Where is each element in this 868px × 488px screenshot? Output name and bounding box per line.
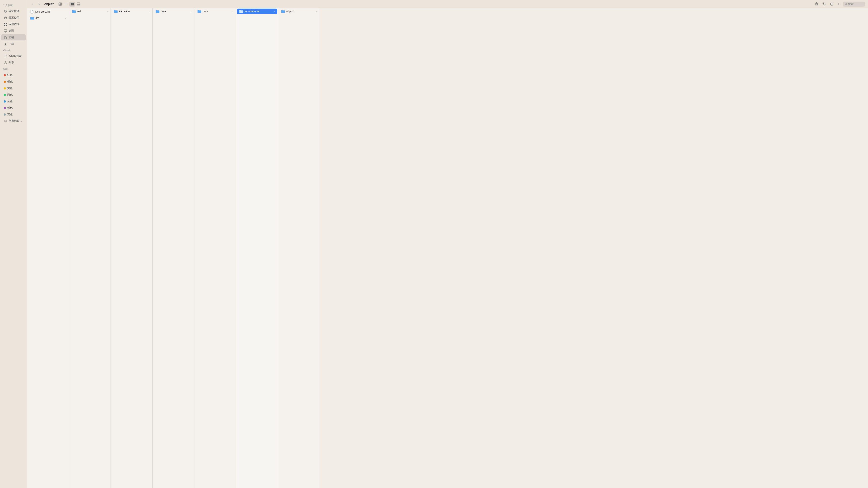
forward-button[interactable] xyxy=(36,2,42,6)
svg-rect-17 xyxy=(77,3,80,4)
sidebar-item-label-icloud: iCloud云盘 xyxy=(8,54,22,58)
svg-rect-4 xyxy=(6,23,7,24)
yellow-dot xyxy=(4,87,6,90)
nav-buttons xyxy=(30,2,42,6)
share-button[interactable] xyxy=(813,1,819,7)
svg-rect-15 xyxy=(72,3,73,5)
svg-rect-12 xyxy=(59,4,60,5)
sidebar-item-desktop[interactable]: 桌面 xyxy=(1,28,26,34)
sidebar-item-all-tags[interactable]: 所有标签… xyxy=(1,118,26,124)
chevron-right-icon: › xyxy=(191,10,191,13)
icon-view-button[interactable] xyxy=(57,2,63,6)
sidebar-item-recent[interactable]: 最近使用 xyxy=(1,15,26,21)
svg-rect-16 xyxy=(73,3,74,5)
all-tags-icon xyxy=(4,119,7,123)
file-icon xyxy=(30,10,34,14)
item-label: java-core.iml xyxy=(35,10,66,13)
column-7: object › xyxy=(278,8,320,488)
sidebar-item-tag-green[interactable]: 绿色 xyxy=(1,92,26,98)
folder-icon xyxy=(197,10,202,13)
toolbar: object xyxy=(27,0,868,8)
list-item[interactable]: java-core.iml xyxy=(28,8,68,15)
chevron-right-icon: › xyxy=(65,17,66,20)
search-container xyxy=(843,2,865,6)
svg-rect-11 xyxy=(60,3,61,4)
sidebar-item-label-red: 红色 xyxy=(7,73,13,77)
sidebar-item-tag-orange[interactable]: 橙色 xyxy=(1,78,26,85)
icloud-section-label: iCloud xyxy=(0,47,27,53)
list-view-button[interactable] xyxy=(63,2,69,6)
list-item[interactable]: net › xyxy=(70,8,110,14)
sidebar-item-icloud[interactable]: iCloud云盘 xyxy=(1,53,26,59)
list-item[interactable]: ittimeline › xyxy=(112,8,152,14)
sidebar-item-label-purple: 紫色 xyxy=(7,106,13,110)
svg-point-21 xyxy=(823,3,824,4)
cloud-icon xyxy=(4,54,7,58)
green-dot xyxy=(4,94,6,96)
sidebar-item-tag-yellow[interactable]: 黄色 xyxy=(1,85,26,91)
chevron-right-icon: › xyxy=(149,10,149,13)
folder-icon xyxy=(156,10,160,13)
svg-rect-5 xyxy=(4,25,5,26)
folder-icon xyxy=(114,10,118,13)
item-label: net xyxy=(77,10,105,13)
list-item[interactable]: core › xyxy=(195,8,235,14)
column-2: net › xyxy=(69,8,111,488)
toolbar-right xyxy=(813,1,865,7)
tag-button[interactable] xyxy=(821,1,827,7)
sidebar-item-shared[interactable]: 共享 xyxy=(1,59,26,66)
list-item[interactable]: src › xyxy=(28,15,68,21)
column-3: ittimeline › xyxy=(111,8,153,488)
sidebar-item-downloads[interactable]: 下载 xyxy=(1,41,26,47)
sidebar-item-label-green: 绿色 xyxy=(7,93,13,97)
sidebar-item-tag-purple[interactable]: 紫色 xyxy=(1,105,26,111)
folder-icon xyxy=(72,10,76,13)
svg-rect-13 xyxy=(60,4,61,5)
column-5: core › xyxy=(194,8,236,488)
list-item[interactable]: object › xyxy=(279,8,319,14)
svg-rect-19 xyxy=(78,5,79,5)
back-button[interactable] xyxy=(30,2,36,6)
sidebar-item-label-airdrop: 隔空投送 xyxy=(8,9,20,13)
desktop-icon xyxy=(4,29,7,33)
folder-icon xyxy=(239,10,243,13)
column-1: java-core.iml src › xyxy=(27,8,69,488)
svg-rect-20 xyxy=(79,5,80,5)
sidebar-item-label-downloads: 下载 xyxy=(8,42,14,46)
search-icon xyxy=(844,3,847,5)
sidebar-item-label-recent: 最近使用 xyxy=(8,16,20,20)
sidebar-item-label-blue: 蓝色 xyxy=(7,99,13,103)
folder-icon xyxy=(30,17,34,20)
personal-section-label: 个人收藏 xyxy=(0,2,27,8)
sidebar-item-tag-gray[interactable]: 灰色 xyxy=(1,111,26,118)
sidebar-item-label-all-tags: 所有标签… xyxy=(8,119,22,123)
item-label: java xyxy=(161,10,189,13)
item-label: foundational xyxy=(245,10,273,13)
column-view-button[interactable] xyxy=(69,2,75,6)
column-6: foundational › xyxy=(236,8,278,488)
sidebar-item-airdrop[interactable]: 隔空投送 xyxy=(1,8,26,14)
documents-icon xyxy=(4,36,7,39)
extras-button[interactable] xyxy=(836,2,841,6)
recent-icon xyxy=(4,16,7,20)
sidebar-item-tag-blue[interactable]: 蓝色 xyxy=(1,98,26,104)
purple-dot xyxy=(4,107,6,109)
svg-point-25 xyxy=(839,4,839,5)
item-label: object xyxy=(286,10,315,13)
sidebar-item-documents[interactable]: 文稿 xyxy=(1,34,26,40)
svg-rect-14 xyxy=(71,3,72,5)
chevron-right-icon: › xyxy=(232,10,233,13)
column-4: java › xyxy=(153,8,194,488)
list-item[interactable]: foundational › xyxy=(237,8,277,14)
chevron-right-icon: › xyxy=(316,10,317,13)
gallery-view-button[interactable] xyxy=(75,2,81,6)
list-item[interactable]: java › xyxy=(153,8,193,14)
sidebar-item-label-gray: 灰色 xyxy=(7,112,13,116)
sidebar-item-apps[interactable]: 应用程序 xyxy=(1,21,26,27)
sidebar-item-tag-red[interactable]: 红色 xyxy=(1,72,26,78)
main-content: object xyxy=(27,0,868,488)
sidebar: 个人收藏 隔空投送 最近使用 应用 xyxy=(0,0,27,488)
more-button[interactable] xyxy=(829,1,835,7)
orange-dot xyxy=(4,80,6,83)
svg-rect-6 xyxy=(6,25,7,26)
